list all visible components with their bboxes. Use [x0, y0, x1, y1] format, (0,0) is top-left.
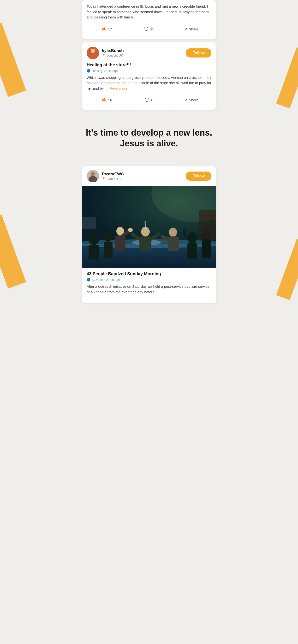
pastor-location: 📍 Alanta, GA [102, 177, 124, 181]
pastor-post-tag-text: Salvation, 2 min ago [92, 278, 120, 282]
kyle-post-header: kyle.Bunch 📍 London, UK Follow [87, 47, 211, 59]
svg-point-18 [104, 231, 112, 242]
svg-point-16 [89, 233, 99, 245]
comment-icon: 💬 [144, 27, 148, 32]
pastor-post-title: 43 People Baptized Sunday Morning [87, 272, 211, 276]
svg-rect-23 [202, 240, 211, 258]
pastor-user-info: PastorTWC 📍 Alanta, GA [87, 170, 124, 182]
kyle-location: 📍 London, UK [102, 54, 124, 57]
pastor-user-details: PastorTWC 📍 Alanta, GA [102, 172, 124, 181]
kyle-share-button[interactable]: ↗ Share [171, 95, 211, 105]
svg-rect-29 [82, 217, 96, 229]
svg-rect-14 [168, 236, 179, 251]
kyle-share-icon: ↗ [184, 98, 187, 102]
share-label: Share [189, 27, 198, 31]
pastor-username: PastorTWC [102, 172, 124, 176]
svg-point-12 [128, 228, 133, 232]
partial-post-text: Today I attended a conference in St. Lou… [87, 4, 211, 20]
kyle-comment-icon: 💬 [145, 98, 150, 102]
motivational-text: It's time to develop a new lens.Jesus is… [84, 127, 214, 149]
kyle-fire-icon: 🔥 [101, 98, 106, 102]
healing-tag-icon: 🔵 [87, 69, 90, 72]
pastor-post-text: After a outreach initiative on Saturday … [87, 284, 211, 295]
kyle-post-text: While I was shopping at the grocery stor… [87, 75, 211, 91]
pastor-follow-button[interactable]: Follow [186, 172, 211, 181]
svg-rect-27 [201, 216, 211, 220]
baptism-photo [82, 186, 216, 268]
motivational-section: It's time to develop a new lens.Jesus is… [75, 113, 223, 163]
kyle-location-text: London, UK [106, 54, 123, 57]
pastor-post-card: PastorTWC 📍 Alanta, GA Follow [82, 166, 216, 303]
svg-rect-28 [213, 216, 216, 220]
partial-post-actions: 🔥 17 💬 15 ↗ Share [87, 24, 211, 34]
fire-button[interactable]: 🔥 17 [87, 24, 127, 34]
location-pin-icon: 📍 [102, 54, 106, 57]
comment-button[interactable]: 💬 15 [129, 24, 169, 34]
pastor-card-body: 43 People Baptized Sunday Morning 🔵 Salv… [82, 268, 216, 303]
kyle-share-label: Share [189, 98, 198, 102]
kyle-post-tag: 🔵 Healing, 2 min ago [87, 69, 211, 72]
pastor-card-header: PastorTWC 📍 Alanta, GA Follow [82, 166, 216, 186]
motivational-highlight: develop [131, 128, 164, 138]
kyle-post-card: kyle.Bunch 📍 London, UK Follow Healing a… [82, 42, 216, 110]
share-icon: ↗ [184, 27, 187, 32]
salvation-tag-icon: 🔵 [87, 278, 90, 282]
share-button[interactable]: ↗ Share [171, 24, 211, 34]
comment-count: 15 [150, 27, 154, 31]
svg-rect-26 [211, 211, 216, 215]
kyle-fire-button[interactable]: 🔥 16 [87, 95, 127, 105]
read-more-link[interactable]: Read more [110, 86, 127, 90]
pastor-post-tag: 🔵 Salvation, 2 min ago [87, 278, 211, 282]
kyle-user-details: kyle.Bunch 📍 London, UK [102, 48, 124, 57]
pastor-avatar [87, 170, 99, 182]
kyle-username: kyle.Bunch [102, 48, 124, 53]
kyle-follow-button[interactable]: Follow [186, 48, 211, 58]
kyle-comment-count: 6 [151, 98, 153, 102]
kyle-post-title: Healing at the store!!! [87, 62, 211, 68]
kyle-avatar [87, 47, 99, 59]
pastor-location-text: Alanta, GA [106, 177, 122, 181]
pastor-location-pin-icon: 📍 [102, 177, 106, 180]
partial-post-card: Today I attended a conference in St. Lou… [82, 0, 216, 39]
kyle-user-info: kyle.Bunch 📍 London, UK [87, 47, 124, 59]
svg-rect-25 [201, 211, 210, 215]
svg-rect-19 [104, 242, 112, 258]
svg-rect-21 [187, 243, 197, 259]
svg-line-30 [184, 230, 185, 236]
fire-icon: 🔥 [101, 27, 106, 32]
kyle-post-actions: 🔥 16 💬 6 ↗ Share [87, 95, 211, 105]
svg-point-20 [187, 232, 197, 244]
kyle-post-tag-text: Healing, 2 min ago [92, 69, 117, 72]
svg-rect-6 [139, 236, 152, 251]
svg-point-13 [169, 228, 177, 237]
svg-rect-17 [89, 245, 99, 260]
kyle-fire-count: 16 [108, 98, 112, 102]
fire-count: 17 [108, 27, 112, 31]
kyle-comment-button[interactable]: 💬 6 [129, 95, 169, 105]
